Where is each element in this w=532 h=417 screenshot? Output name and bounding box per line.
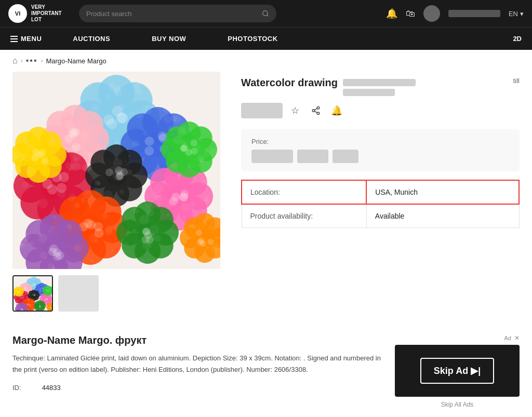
- info-table: Location: USA, Munich Product availabili…: [241, 180, 520, 228]
- breadcrumb-home[interactable]: ⌂: [12, 56, 18, 65]
- ad-section: Ad ✕ Skip Ad ▶| Skip All Ads: [395, 334, 520, 408]
- brand-name: VERYIMPORTANTLOT: [31, 4, 62, 23]
- breadcrumb-sep-2: ›: [41, 57, 43, 64]
- thumbnail-2[interactable]: [58, 275, 99, 312]
- left-column: [12, 72, 220, 312]
- cart-icon[interactable]: 🛍: [406, 8, 415, 19]
- main-product-image[interactable]: [12, 72, 220, 269]
- location-value: USA, Munich: [366, 180, 519, 204]
- product-id-row: ID: 44833: [12, 384, 382, 392]
- price-blur-2: [297, 150, 328, 163]
- title-blur-1: [343, 79, 416, 86]
- price-blur-group: [251, 150, 509, 163]
- price-blur-3: [332, 150, 358, 163]
- main-content: Watercolor drawing till ☆ 🔔 Price:: [0, 72, 532, 324]
- price-blur-1: [251, 150, 293, 163]
- notification-icon[interactable]: 🔔: [386, 8, 397, 19]
- ad-label: Ad: [504, 335, 511, 341]
- right-column: Watercolor drawing till ☆ 🔔 Price:: [241, 72, 520, 312]
- availability-label: Product availability:: [242, 204, 366, 228]
- avatar[interactable]: [423, 5, 440, 22]
- product-details: Margo-Name Margo. фрукт Techinque: Lamin…: [12, 334, 382, 408]
- svg-line-5: [314, 111, 317, 113]
- svg-point-4: [317, 112, 320, 115]
- availability-value: Available: [366, 204, 519, 228]
- title-blur-2: [343, 89, 395, 96]
- till-text: till: [513, 77, 520, 85]
- product-description: Techinque: Laminated Giclée print, laid …: [12, 353, 382, 375]
- search-icon: [262, 10, 269, 17]
- nav-2d[interactable]: 2D: [502, 35, 532, 43]
- breadcrumb-dots[interactable]: •••: [26, 56, 38, 65]
- product-title: Watercolor drawing: [241, 77, 338, 89]
- price-section: Price:: [241, 129, 520, 171]
- menu-button[interactable]: MENU: [0, 28, 52, 50]
- chevron-down-icon: ▾: [520, 10, 524, 18]
- price-label: Price:: [251, 138, 509, 145]
- search-bar[interactable]: [79, 5, 276, 22]
- location-row: Location: USA, Munich: [242, 180, 519, 204]
- location-label: Location:: [242, 180, 366, 204]
- favorite-icon[interactable]: ☆: [287, 102, 303, 119]
- logo-icon: VI: [8, 4, 27, 23]
- notification-bell-icon[interactable]: 🔔: [328, 102, 345, 119]
- ad-box: Skip Ad ▶|: [395, 345, 520, 397]
- svg-point-2: [317, 107, 320, 110]
- nav-photostock[interactable]: PHOTOSTOCK: [207, 28, 298, 50]
- bid-button-blur: [241, 103, 283, 118]
- action-row: ☆ 🔔: [241, 102, 520, 119]
- top-navigation: VI VERYIMPORTANTLOT 🔔 🛍 EN ▾: [0, 0, 532, 27]
- search-input[interactable]: [86, 10, 258, 18]
- product-id-value: 44833: [42, 384, 61, 392]
- svg-point-0: [263, 11, 268, 16]
- ad-close-icon[interactable]: ✕: [514, 334, 520, 342]
- breadcrumb-sep-1: ›: [21, 57, 23, 64]
- nav-auctions[interactable]: AUCTIONS: [52, 28, 131, 50]
- breadcrumb: ⌂ › ••• › Margo-Name Margo: [0, 50, 532, 72]
- nav-icons: 🔔 🛍 EN ▾: [386, 5, 524, 22]
- ad-header: Ad ✕: [395, 334, 520, 342]
- language-selector[interactable]: EN ▾: [509, 10, 524, 18]
- thumbnails: [12, 275, 220, 312]
- skip-ad-button[interactable]: Skip Ad ▶|: [420, 358, 494, 384]
- nav-buy-now[interactable]: BUY NOW: [131, 28, 207, 50]
- svg-line-1: [267, 15, 269, 17]
- breadcrumb-current: Margo-Name Margo: [46, 57, 106, 65]
- svg-line-6: [314, 109, 317, 110]
- svg-point-3: [312, 110, 315, 112]
- availability-row: Product availability: Available: [242, 204, 519, 228]
- skip-all-ads[interactable]: Skip All Ads: [395, 401, 520, 408]
- hamburger-icon: [10, 36, 18, 42]
- username-blur: [448, 10, 500, 17]
- thumbnail-1[interactable]: [12, 275, 53, 312]
- second-navigation: MENU AUCTIONS BUY NOW PHOTOSTOCK 2D: [0, 27, 532, 50]
- lower-section: Margo-Name Margo. фрукт Techinque: Lamin…: [0, 324, 532, 417]
- product-title-area: Watercolor drawing till: [241, 77, 520, 96]
- product-id-label: ID:: [12, 384, 21, 392]
- nav-links: AUCTIONS BUY NOW PHOTOSTOCK: [52, 28, 502, 50]
- share-icon[interactable]: [308, 102, 324, 119]
- logo[interactable]: VI VERYIMPORTANTLOT: [8, 4, 71, 23]
- product-name-title: Margo-Name Margo. фрукт: [12, 334, 382, 346]
- title-blur-group: [343, 79, 508, 96]
